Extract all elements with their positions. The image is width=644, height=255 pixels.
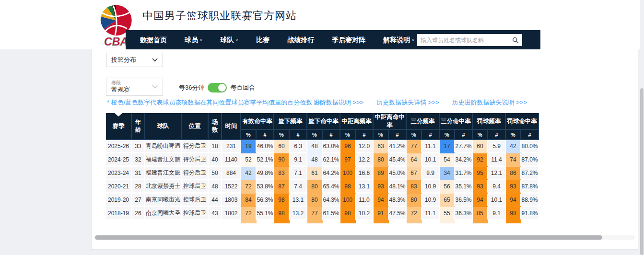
stat-sub-header[interactable]: #	[422, 130, 440, 140]
col-header-0[interactable]: 赛季	[106, 113, 132, 140]
stat-sub-header[interactable]: #	[389, 130, 407, 140]
stat-val-cell: 13.2	[290, 207, 307, 220]
col-header-5[interactable]: 时间	[222, 113, 241, 140]
stat-sub-header[interactable]: %	[374, 130, 389, 140]
stat-group-header-5[interactable]: 三分频率	[407, 113, 440, 130]
nav-item-3[interactable]: 比赛	[256, 36, 269, 45]
age-cell: 31	[132, 167, 145, 180]
chevron-down-icon	[152, 58, 158, 62]
horizontal-scrollbar-thumb[interactable]	[95, 235, 602, 240]
chevron-down-icon	[152, 85, 158, 89]
stat-sub-header[interactable]: #	[356, 130, 374, 140]
adv-link-0[interactable]: 进阶数据说明 >>>	[314, 98, 363, 107]
stat-val-cell: 12.1	[488, 167, 506, 180]
stat-val-cell: 63.0%	[323, 140, 340, 153]
stat-val-cell: 36.5%	[455, 194, 473, 207]
stat-sub-header[interactable]: %	[340, 130, 356, 140]
stat-group-header-0[interactable]: 有效命中率	[241, 113, 274, 130]
horizontal-scrollbar[interactable]	[94, 235, 635, 240]
stat-sub-header[interactable]: #	[323, 130, 340, 140]
stub-pct-cell	[473, 220, 488, 223]
nav-item-4[interactable]: 战绩排行	[287, 36, 314, 45]
stub-pct-cell	[307, 220, 323, 223]
stat-sub-header[interactable]: %	[241, 130, 257, 140]
main-nav: 数据首页球员∨球队∨比赛战绩排行季后赛对阵解释说明∨	[140, 36, 415, 45]
stat-group-header-1[interactable]: 篮下频率	[274, 113, 307, 130]
adv-link-2[interactable]: 历史进阶数据缺失说明 >>>	[452, 98, 527, 107]
stat-val-cell: 46.0%	[257, 140, 274, 153]
stat-group-header-4[interactable]: 中距离命中率	[374, 113, 407, 130]
stat-sub-header[interactable]: %	[506, 130, 521, 140]
stat-pct-cell: 77	[407, 140, 422, 153]
nav-item-1[interactable]: 球员∨	[185, 36, 203, 45]
stage-select-label: 赛段	[111, 80, 130, 86]
nav-item-label: 数据首页	[140, 36, 167, 45]
col-header-2[interactable]: 球队	[145, 113, 182, 140]
rate-toggle[interactable]	[208, 83, 227, 93]
stat-sub-header[interactable]: #	[455, 130, 473, 140]
stat-val-cell: 55.1%	[257, 207, 274, 220]
col-header-3[interactable]: 位置	[182, 113, 209, 140]
team-cell: 青岛崂山啤酒	[145, 140, 182, 153]
stat-val-cell: 61.5%	[323, 207, 340, 220]
stat-group-header-6[interactable]: 三分命中率	[440, 113, 473, 130]
stat-sub-header[interactable]: #	[257, 130, 274, 140]
stat-pct-cell: 42	[506, 140, 521, 153]
stat-sub-header[interactable]: %	[307, 130, 323, 140]
search-box[interactable]	[417, 34, 522, 46]
sort-indicator-icon	[115, 113, 122, 116]
stat-pct-cell: 52	[241, 153, 257, 167]
svg-text:CBA: CBA	[104, 35, 128, 48]
time-cell: 1522	[222, 180, 241, 194]
stat-group-header-8[interactable]: 罚球命中率	[506, 113, 539, 130]
stat-sub-header[interactable]: #	[488, 130, 506, 140]
stat-group-header-7[interactable]: 罚球频率	[473, 113, 506, 130]
stat-sub-header[interactable]: %	[440, 130, 455, 140]
adv-link-1[interactable]: 历史数据缺失详情 >>>	[376, 98, 439, 107]
age-cell: 27	[132, 194, 145, 207]
nav-item-0[interactable]: 数据首页	[140, 36, 167, 45]
stub-cell	[145, 220, 182, 223]
stub-cell	[290, 220, 307, 223]
stage-select[interactable]: 赛段 常规赛	[106, 78, 163, 96]
stat-group-header-2[interactable]: 篮下命中率	[307, 113, 340, 130]
stat-sub-header[interactable]: #	[290, 130, 307, 140]
stat-pct-cell: 72	[241, 180, 257, 194]
stub-cell	[455, 220, 473, 223]
nav-item-2[interactable]: 球队∨	[221, 36, 239, 45]
chevron-down-icon: ∨	[199, 38, 203, 42]
stat-val-cell: 7.4	[290, 180, 307, 194]
vertical-scrollbar[interactable]	[640, 0, 644, 255]
age-cell: 33	[132, 140, 145, 153]
search-icon[interactable]	[512, 37, 519, 44]
nav-item-5[interactable]: 季后赛对阵	[332, 36, 365, 45]
stub-pct-cell	[241, 220, 257, 223]
col-header-4[interactable]: 场数	[209, 113, 222, 140]
games-cell: 44	[209, 194, 222, 207]
vertical-scrollbar-thumb[interactable]	[640, 88, 644, 255]
season-cell: 2023-24	[106, 167, 132, 180]
stat-pct-cell: 61	[307, 167, 323, 180]
stat-pct-cell: 85	[473, 207, 488, 220]
stat-sub-header[interactable]: %	[473, 130, 488, 140]
stat-pct-cell: 94	[473, 194, 488, 207]
nav-item-6[interactable]: 解释说明∨	[383, 36, 415, 45]
season-cell: 2024-25	[106, 153, 132, 167]
stat-pct-cell: 80	[374, 153, 389, 167]
stat-pct-cell: 92	[473, 153, 488, 167]
stat-val-cell: 47.5%	[389, 207, 407, 220]
stat-pct-cell: 90	[274, 153, 290, 167]
col-header-1[interactable]: 年龄	[132, 113, 145, 140]
stat-val-cell: 31.7%	[455, 167, 473, 180]
stat-pct-cell: 84	[241, 194, 257, 207]
report-type-select[interactable]: 投篮分布	[106, 53, 163, 67]
stat-sub-header[interactable]: #	[521, 130, 539, 140]
stats-table-wrap: 赛季年龄球队位置场数时间有效命中率篮下频率篮下命中率中距离频率中距离命中率三分频…	[106, 113, 539, 223]
toggle-right-label: 每百回合	[230, 83, 255, 92]
stub-pct-cell	[274, 220, 290, 223]
stat-sub-header[interactable]: %	[407, 130, 422, 140]
stat-val-cell: 53.8%	[257, 180, 274, 194]
stat-sub-header[interactable]: %	[274, 130, 290, 140]
stat-group-header-3[interactable]: 中距离频率	[340, 113, 374, 130]
search-input[interactable]	[421, 37, 512, 44]
